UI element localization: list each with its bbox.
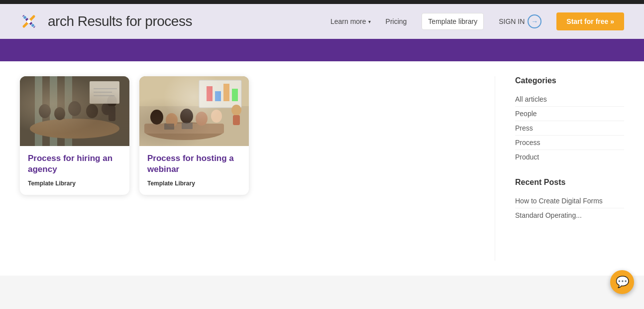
svg-point-15	[86, 104, 98, 118]
card-1-title: Process for hiring an agency	[28, 153, 121, 175]
svg-rect-38	[182, 123, 193, 129]
svg-rect-23	[139, 76, 249, 146]
svg-point-14	[68, 101, 81, 116]
header: arch Results for process Learn more ▾ Pr…	[0, 4, 644, 39]
svg-rect-6	[20, 76, 129, 146]
page-wrapper[interactable]: arch Results for process Learn more ▾ Pr…	[0, 0, 644, 309]
logo-icon	[20, 12, 38, 30]
svg-point-16	[102, 102, 112, 115]
svg-point-34	[180, 109, 193, 124]
svg-rect-37	[164, 124, 174, 130]
svg-point-5	[31, 24, 35, 27]
svg-rect-31	[144, 124, 224, 134]
svg-point-33	[166, 113, 178, 127]
svg-point-12	[39, 104, 51, 118]
card-2-body: Process for hosting a webinar Template L…	[139, 146, 249, 195]
svg-point-35	[196, 112, 208, 126]
card-1-tag: Template Library	[28, 180, 121, 187]
chat-button[interactable]: 💬	[610, 270, 634, 294]
svg-point-39	[231, 105, 241, 116]
card-2-image	[139, 76, 249, 146]
svg-rect-25	[199, 80, 241, 108]
category-people[interactable]: People	[515, 107, 624, 121]
svg-rect-28	[223, 84, 229, 101]
learn-more-link[interactable]: Learn more ▾	[330, 17, 371, 25]
categories-heading: Categories	[515, 76, 624, 85]
category-all-articles[interactable]: All articles	[515, 92, 624, 107]
chevron-down-icon: ▾	[368, 19, 371, 24]
svg-point-36	[211, 110, 222, 123]
card-1[interactable]: Process for hiring an agency Template Li…	[20, 76, 129, 195]
svg-point-32	[150, 110, 163, 125]
categories-section: Categories All articles People Press Pro…	[515, 76, 624, 164]
svg-rect-29	[232, 89, 238, 101]
svg-point-17	[107, 95, 117, 107]
chat-icon: 💬	[616, 276, 629, 289]
category-process[interactable]: Process	[515, 136, 624, 150]
recent-post-1[interactable]: How to Create Digital Forms	[515, 194, 624, 208]
recent-post-2[interactable]: Standard Operating...	[515, 208, 624, 222]
svg-rect-9	[50, 76, 57, 146]
pricing-link[interactable]: Pricing	[386, 17, 407, 25]
sidebar: Categories All articles People Press Pro…	[495, 76, 624, 261]
card-1-body: Process for hiring an agency Template Li…	[20, 146, 129, 195]
top-border	[0, 0, 644, 4]
logo[interactable]	[20, 12, 38, 30]
card-1-image	[20, 76, 129, 146]
purple-banner	[0, 39, 644, 61]
svg-point-30	[144, 122, 224, 140]
card-2[interactable]: Process for hosting a webinar Template L…	[139, 76, 249, 195]
svg-point-4	[23, 16, 27, 19]
page-title: arch Results for process	[48, 13, 192, 29]
card-1-svg	[20, 76, 129, 146]
svg-rect-27	[215, 91, 221, 101]
start-free-button[interactable]: Start for free »	[556, 12, 624, 30]
nav: Learn more ▾ Pricing Template library SI…	[330, 12, 624, 30]
cards-area: Process for hiring an agency Template Li…	[20, 76, 485, 261]
svg-rect-24	[139, 76, 249, 106]
svg-rect-8	[35, 76, 42, 146]
main-content: Process for hiring an agency Template Li…	[0, 61, 644, 276]
svg-point-13	[54, 107, 65, 120]
recent-posts-section: Recent Posts How to Create Digital Forms…	[515, 178, 624, 222]
category-press[interactable]: Press	[515, 121, 624, 136]
svg-rect-10	[65, 76, 72, 146]
svg-rect-26	[207, 86, 213, 101]
svg-rect-19	[90, 81, 119, 104]
recent-posts-heading: Recent Posts	[515, 178, 624, 187]
card-2-title: Process for hosting a webinar	[147, 153, 241, 175]
svg-rect-7	[20, 76, 129, 146]
sign-in-button[interactable]: SIGN IN →	[499, 14, 541, 28]
card-2-tag: Template Library	[147, 180, 241, 187]
svg-rect-40	[233, 115, 240, 125]
svg-point-11	[30, 119, 119, 139]
category-product[interactable]: Product	[515, 150, 624, 164]
svg-point-3	[27, 19, 31, 23]
svg-rect-18	[108, 106, 115, 121]
card-2-svg	[139, 76, 249, 146]
template-library-button[interactable]: Template library	[422, 13, 484, 30]
sign-in-icon: →	[528, 14, 541, 28]
